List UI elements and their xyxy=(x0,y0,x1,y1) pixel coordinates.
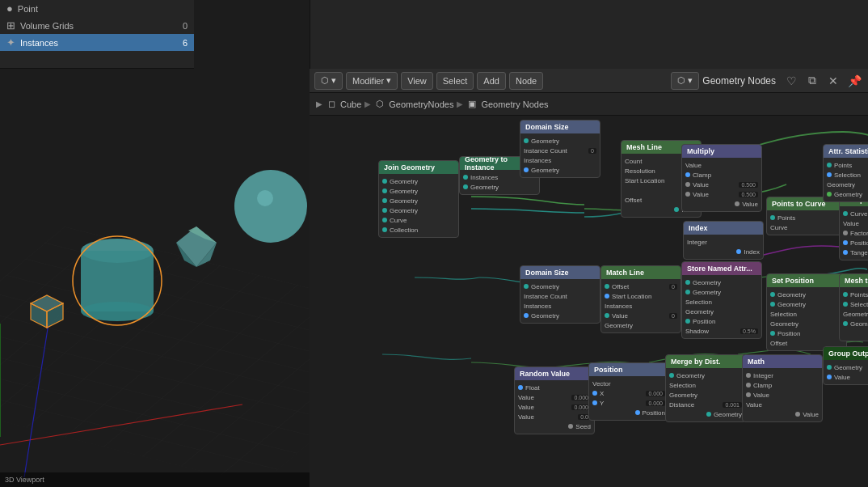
points-to-curve-node[interactable]: Points to Curve Points Curve xyxy=(766,197,847,235)
svg-point-19 xyxy=(257,190,273,206)
breadcrumb-modifier[interactable]: ⬡ GeometryNodes xyxy=(374,99,453,110)
prop-row-volume[interactable]: ⊞ Volume Grids 0 xyxy=(0,17,194,34)
editor-type-icon: ⬡ xyxy=(321,75,329,86)
prop-label-volume: Volume Grids xyxy=(20,21,74,31)
node-canvas[interactable]: Join Geometry Geometry Geometry Geometry… xyxy=(310,116,868,487)
breadcrumb-cube[interactable]: ◻ Cube xyxy=(326,99,361,110)
node-type-button[interactable]: ⬡ ▾ xyxy=(671,72,699,90)
breadcrumb-modifier-label: GeometryNodes xyxy=(389,100,453,109)
prop-value-volume: 0 xyxy=(183,21,188,31)
multiply-node[interactable]: Multiply Value Clamp Value0.500 Value0.5… xyxy=(681,144,762,212)
join-geometry-node[interactable]: Join Geometry Geometry Geometry Geometry… xyxy=(378,160,459,238)
select-label: Select xyxy=(443,76,468,86)
copy-button[interactable]: ⧉ xyxy=(803,72,821,90)
node-button[interactable]: Node xyxy=(509,72,543,90)
store-named-node[interactable]: Store Named Attr... Geometry Geometry Se… xyxy=(681,261,762,339)
breadcrumb: ▶ ◻ Cube ▶ ⬡ GeometryNodes ▶ ▣ Geometry … xyxy=(310,93,868,116)
position-title: Position xyxy=(594,366,623,374)
output-node[interactable]: Group Output Geometry Value xyxy=(823,346,868,385)
domain-size-top-node[interactable]: Domain Size Geometry Instance Count0 Ins… xyxy=(520,120,600,178)
set-position-title: Set Position xyxy=(772,277,814,285)
view-button[interactable]: View xyxy=(401,72,433,90)
cube-icon: ◻ xyxy=(326,99,337,110)
math-title: Math xyxy=(748,358,765,366)
viewport-grid xyxy=(0,0,310,487)
mesh-to-curve-node[interactable]: Mesh to Curve Points Selection Geometry … xyxy=(839,273,868,341)
view-label: View xyxy=(407,76,427,86)
modifier-label: Modifier xyxy=(352,76,384,86)
viewport-3d[interactable]: 3D Viewport xyxy=(0,0,310,487)
copy-icon: ⧉ xyxy=(808,74,816,87)
match-line-node[interactable]: Match Line Offset0 Start Location Instan… xyxy=(600,265,681,333)
viewport-status: 3D Viewport xyxy=(0,472,310,487)
breadcrumb-arrow: ▶ xyxy=(316,100,322,108)
volume-icon: ⊞ xyxy=(6,19,15,32)
merge-dist-title: Merge by Dist. xyxy=(671,358,721,366)
node-type-icon: ⬡ xyxy=(677,75,685,86)
domain-size-top-title: Domain Size xyxy=(525,123,569,131)
breadcrumb-sep-2: ▶ xyxy=(457,100,463,108)
breadcrumb-nodegroup-label: Geometry Nodes xyxy=(481,100,548,109)
mesh-line-title: Mesh Line xyxy=(626,143,662,151)
attr-stat-node[interactable]: Attr. Statistic Points Selection Geometr… xyxy=(823,144,868,202)
points-to-curve-title: Points to Curve xyxy=(772,200,826,208)
svg-point-12 xyxy=(81,302,154,321)
node-type-arrow: ▾ xyxy=(688,75,693,86)
merge-dist-node[interactable]: Merge by Dist. Geometry Selection Geomet… xyxy=(665,354,746,422)
random-value-title: Random Value xyxy=(520,370,570,378)
heart-icon: ♡ xyxy=(786,74,797,87)
top-header-area xyxy=(310,0,868,69)
pin-button[interactable]: 📌 xyxy=(845,72,863,90)
editor-type-arrow: ▾ xyxy=(331,75,336,86)
match-line-title: Match Line xyxy=(606,269,644,277)
nodetree-title: Geometry Nodes xyxy=(702,75,776,87)
add-label: Add xyxy=(483,76,499,86)
close-nodegroup-button[interactable]: ✕ xyxy=(824,72,842,90)
node-label: Node xyxy=(516,76,537,86)
math-node[interactable]: Math Integer Clamp Value Value Value xyxy=(742,354,823,422)
modifier-icon: ⬡ xyxy=(374,99,386,110)
pin-icon: 📌 xyxy=(848,74,862,87)
svg-point-18 xyxy=(234,170,307,243)
properties-panel: ● Point ⊞ Volume Grids 0 ✦ Instances 6 xyxy=(0,0,194,69)
attr-stat-title: Attr. Statistic xyxy=(828,147,868,155)
output-title: Group Output xyxy=(828,349,868,358)
prop-value-instances: 6 xyxy=(183,38,188,48)
prop-label-instances: Instances xyxy=(20,38,58,48)
instances-icon: ✦ xyxy=(6,36,15,49)
index-node[interactable]: Index Integer Index xyxy=(683,221,764,260)
heart-button[interactable]: ♡ xyxy=(782,72,800,90)
index-title: Index xyxy=(689,224,708,232)
close-icon: ✕ xyxy=(828,74,838,87)
svg-rect-0 xyxy=(0,227,310,485)
prop-label-point: Point xyxy=(18,4,38,14)
store-named-title: Store Named Attr... xyxy=(687,265,752,273)
domain-size-mid-node[interactable]: Domain Size Geometry Instance Count Inst… xyxy=(520,265,600,324)
join-geometry-title: Join Geometry xyxy=(384,163,435,172)
mesh-to-curve-title: Mesh to Curve xyxy=(845,277,868,285)
multiply-title: Multiply xyxy=(687,147,714,155)
add-button[interactable]: Add xyxy=(477,72,506,90)
prop-row-point[interactable]: ● Point xyxy=(0,0,194,17)
select-button[interactable]: Select xyxy=(436,72,474,90)
random-value-node[interactable]: Random Value Float Value0.000 Value0.000… xyxy=(514,366,595,434)
prop-row-instances[interactable]: ✦ Instances 6 xyxy=(0,34,194,51)
position-node[interactable]: Position Vector X0.000 Y0.000 Position xyxy=(588,362,669,421)
domain-size-mid-title: Domain Size xyxy=(525,269,569,277)
viewport-status-text: 3D Viewport xyxy=(5,476,44,484)
modifier-button[interactable]: Modifier ▾ xyxy=(346,72,398,90)
set-position-node[interactable]: Set Position Geometry Geometry Selection… xyxy=(766,273,847,351)
breadcrumb-sep-1: ▶ xyxy=(364,100,371,108)
nodegroup-icon: ▣ xyxy=(466,99,478,110)
editor-type-button[interactable]: ⬡ ▾ xyxy=(314,72,343,90)
point-icon: ● xyxy=(6,2,13,15)
breadcrumb-nodegroup[interactable]: ▣ Geometry Nodes xyxy=(466,99,548,110)
modifier-arrow: ▾ xyxy=(386,75,391,86)
sample-curve-node[interactable]: Sample Curve Curve Value Factor Position… xyxy=(839,193,868,260)
breadcrumb-cube-label: Cube xyxy=(340,100,361,109)
toolbar: ⬡ ▾ Modifier ▾ View Select Add Node ⬡ ▾ … xyxy=(310,69,868,93)
